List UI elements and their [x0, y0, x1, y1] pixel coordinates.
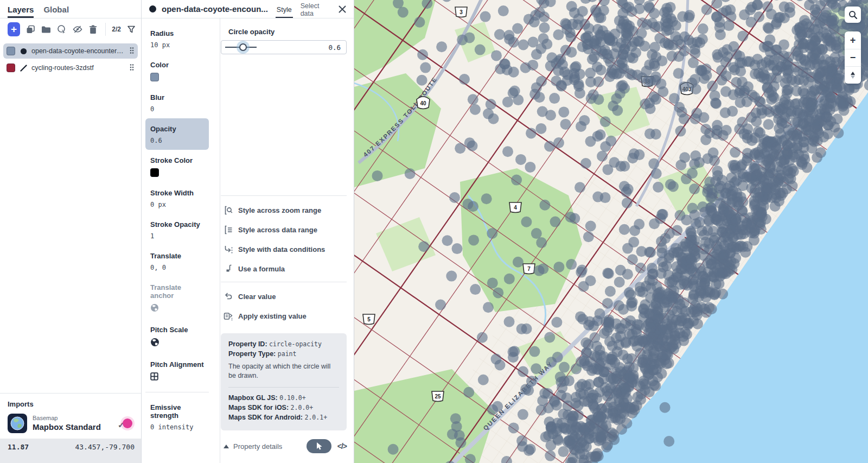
- filter-layers-icon[interactable]: [127, 24, 136, 34]
- svg-text:25: 25: [435, 394, 441, 399]
- zoom-level: 11.87: [8, 443, 29, 451]
- tab-style[interactable]: Style: [277, 1, 292, 17]
- color-swatch[interactable]: [150, 73, 159, 81]
- basemap-status-indicator: ✓: [117, 415, 133, 432]
- basemap-name: Mapbox Standard: [33, 422, 112, 433]
- undo-icon: [224, 291, 233, 301]
- prop-translate[interactable]: Translate 0, 0: [145, 245, 209, 277]
- action-clear-value[interactable]: Clear value: [221, 287, 354, 306]
- tab-select-data[interactable]: Select data: [301, 0, 332, 21]
- globe-icon: [150, 338, 204, 348]
- basemap-kind: Basemap: [33, 415, 112, 422]
- property-description: The opacity at which the circle will be …: [228, 362, 339, 380]
- prop-stroke-color[interactable]: Stroke Color: [145, 150, 209, 182]
- layer-row-cycling-routes[interactable]: cycling-routes-3zdstf: [3, 60, 138, 75]
- layer-color-swatch: [7, 47, 15, 55]
- slider-handle[interactable]: [239, 43, 247, 51]
- prop-pitch-scale[interactable]: Pitch Scale: [145, 319, 209, 354]
- close-icon[interactable]: [337, 4, 348, 15]
- globe-icon: [150, 303, 204, 314]
- zoom-in-button[interactable]: +: [845, 31, 861, 49]
- circle-layer-icon: [20, 47, 27, 55]
- apply-value-icon: [224, 311, 233, 321]
- toolbar-divider: [105, 23, 106, 36]
- code-view-icon[interactable]: </>: [337, 442, 347, 451]
- prop-translate-anchor[interactable]: Translate anchor: [145, 277, 209, 319]
- add-layer-button[interactable]: +: [8, 22, 20, 36]
- opacity-value[interactable]: 0.6: [328, 43, 341, 52]
- editor-title: open-data-coyote-encoun...: [162, 4, 268, 14]
- layers-panel-tabs: Layers Global: [0, 0, 141, 18]
- coordinates: 43.457,-79.700: [75, 443, 135, 451]
- zoom-out-button[interactable]: −: [845, 49, 861, 66]
- line-layer-icon: [20, 64, 27, 72]
- map-canvas[interactable]: 407 EXPRESS TOLL ROUTE QUEEN ELIZABETH W…: [354, 0, 868, 463]
- prop-color[interactable]: Color: [145, 54, 209, 87]
- map-search-button[interactable]: [845, 7, 861, 23]
- grid-icon: [150, 372, 204, 382]
- svg-text:7: 7: [527, 266, 531, 272]
- layer-label: open-data-coyote-encounters-7lx...: [31, 47, 124, 55]
- circle-layer-icon: [149, 5, 156, 12]
- property-id: circle-opacity: [269, 340, 322, 348]
- tab-layers[interactable]: Layers: [8, 1, 34, 17]
- tab-global[interactable]: Global: [43, 1, 69, 17]
- svg-text:40: 40: [420, 100, 426, 106]
- opacity-slider[interactable]: [225, 47, 257, 48]
- prop-stroke-width[interactable]: Stroke Width 0 px: [145, 182, 209, 214]
- map-zoom-controls: + −: [845, 31, 861, 84]
- select-on-map-icon[interactable]: [57, 24, 67, 34]
- imports-heading: Imports: [8, 400, 133, 408]
- editor-header: open-data-coyote-encoun... Style Select …: [142, 0, 354, 18]
- collapse-icon: [224, 445, 229, 448]
- layers-panel: Layers Global + 2/2 open-d: [0, 0, 142, 463]
- duplicate-layer-icon[interactable]: [26, 24, 35, 34]
- hide-layer-icon[interactable]: [73, 24, 82, 34]
- layer-color-swatch: [7, 64, 15, 72]
- formula-icon: [224, 264, 233, 274]
- layer-row-coyote-encounters[interactable]: open-data-coyote-encounters-7lx...: [3, 43, 138, 59]
- prop-blur[interactable]: Blur 0: [145, 87, 209, 118]
- prop-opacity[interactable]: Opacity 0.6: [145, 118, 209, 150]
- zoom-range-icon: [224, 205, 233, 215]
- action-use-a-formula[interactable]: Use a formula: [221, 259, 354, 278]
- android-sdk-version: 2.0.1+: [305, 414, 328, 421]
- compass-button[interactable]: [845, 66, 861, 84]
- stroke-color-swatch[interactable]: [150, 168, 159, 177]
- data-range-icon: [224, 225, 233, 234]
- property-info-box: Property ID: circle-opacity Property Typ…: [221, 333, 347, 430]
- property-editor: Circle opacity 0.6 Style across zoom ran…: [220, 18, 354, 463]
- property-divider: [145, 392, 209, 392]
- property-details-toggle[interactable]: Property details: [224, 442, 282, 451]
- delete-layer-icon[interactable]: [88, 24, 97, 34]
- prop-emissive-strength[interactable]: Emissive strength 0 intensity: [145, 397, 209, 436]
- layer-label: cycling-routes-3zdstf: [31, 64, 124, 72]
- action-style-across-data-range[interactable]: Style across data range: [221, 220, 354, 239]
- gl-js-version: 0.10.0+: [279, 394, 305, 402]
- basemap-import-row[interactable]: Basemap Mapbox Standard ✓: [8, 414, 133, 433]
- group-folder-icon[interactable]: [41, 24, 51, 34]
- opacity-slider-box: 0.6: [221, 40, 347, 54]
- property-editor-title: Circle opacity: [228, 28, 354, 36]
- pink-status-dot: [123, 418, 132, 428]
- prop-pitch-alignment[interactable]: Pitch Alignment: [145, 354, 209, 388]
- action-style-across-zoom-range[interactable]: Style across zoom range: [221, 200, 354, 220]
- imports-section: Imports Basemap Mapbox Standard ✓: [0, 393, 141, 439]
- layers-toolbar: + 2/2: [0, 18, 141, 40]
- prop-stroke-opacity[interactable]: Stroke Opacity 1: [145, 214, 209, 245]
- layer-count: 2/2: [112, 26, 121, 33]
- prop-radius[interactable]: Radius 10 px: [145, 23, 209, 54]
- drag-handle-icon[interactable]: [129, 47, 135, 56]
- layer-list: open-data-coyote-encounters-7lx... cycli…: [0, 40, 141, 77]
- layer-editor-panel: open-data-coyote-encoun... Style Select …: [142, 0, 354, 463]
- svg-text:5: 5: [367, 316, 371, 322]
- svg-text:4: 4: [514, 205, 517, 211]
- drag-handle-icon[interactable]: [129, 64, 135, 73]
- property-list: Radius 10 px Color Blur 0 Opacity 0.6 St…: [145, 23, 209, 436]
- svg-text:3: 3: [459, 9, 463, 15]
- action-style-with-data-conditions[interactable]: Style with data conditions: [221, 239, 354, 259]
- action-apply-existing-value[interactable]: Apply existing value: [221, 306, 354, 326]
- property-type: paint: [278, 350, 297, 358]
- cursor-mode-button[interactable]: [307, 439, 331, 453]
- map-statusbar: 11.87 43.457,-79.700: [0, 439, 141, 463]
